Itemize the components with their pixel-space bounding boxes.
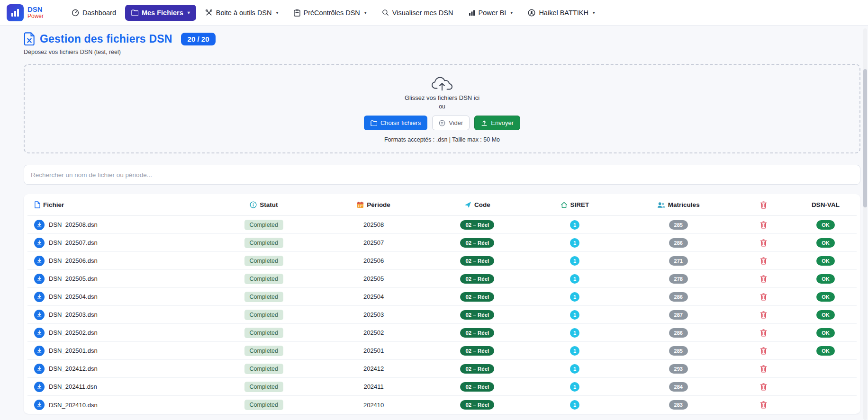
clear-button[interactable]: Vider bbox=[432, 116, 470, 130]
table-row: DSN_202411.dsn Completed 202411 02 – Rée… bbox=[27, 378, 857, 396]
file-name: DSN_202505.dsn bbox=[49, 275, 98, 282]
search-input[interactable] bbox=[24, 165, 860, 185]
siret-badge: 1 bbox=[570, 328, 579, 338]
siret-badge: 1 bbox=[570, 382, 579, 392]
matricules-badge: 287 bbox=[669, 310, 688, 320]
vertical-scrollbar-thumb[interactable] bbox=[863, 69, 867, 207]
trash-icon[interactable] bbox=[760, 257, 767, 265]
trash-icon[interactable] bbox=[760, 221, 767, 229]
periode-value: 202507 bbox=[363, 239, 384, 246]
house-icon bbox=[561, 201, 568, 208]
matricules-badge: 285 bbox=[669, 220, 688, 230]
matricules-badge: 278 bbox=[669, 274, 688, 284]
nav-item-dashboard[interactable]: Dashboard bbox=[65, 5, 122, 21]
siret-badge: 1 bbox=[570, 364, 579, 374]
code-badge: 02 – Réel bbox=[460, 364, 494, 374]
file-x-icon bbox=[24, 32, 35, 45]
chevron-down-icon: ▾ bbox=[364, 10, 367, 15]
trash-icon[interactable] bbox=[760, 275, 767, 283]
periode-value: 202508 bbox=[363, 221, 384, 228]
x-circle-icon bbox=[439, 120, 445, 126]
nav-item-power-bi[interactable]: Power BI ▾ bbox=[462, 5, 519, 21]
download-icon[interactable] bbox=[34, 238, 45, 248]
nav-item-boite-outils[interactable]: Boite à outils DSN ▾ bbox=[199, 5, 285, 21]
clipboard-icon bbox=[294, 9, 300, 17]
trash-icon[interactable] bbox=[760, 347, 767, 355]
status-badge: Completed bbox=[244, 328, 283, 338]
nav-item-user-menu[interactable]: Haikel BATTIKH ▾ bbox=[522, 5, 601, 21]
folder-open-icon bbox=[371, 120, 377, 126]
upload-actions: Choisir fichiers Vider Envoyer bbox=[25, 116, 859, 130]
col-statut: Statut bbox=[260, 201, 278, 208]
nav-item-mes-fichiers[interactable]: Mes Fichiers ▾ bbox=[125, 5, 196, 21]
matricules-badge: 286 bbox=[669, 238, 688, 248]
clear-label: Vider bbox=[449, 119, 463, 126]
table-header-row: Fichier Statut Période Code bbox=[27, 194, 857, 216]
upload-formats-hint: Formats acceptés : .dsn | Taille max : 5… bbox=[25, 136, 859, 143]
table-row: DSN_202504.dsn Completed 202504 02 – Rée… bbox=[27, 288, 857, 306]
drop-instruction: Glissez vos fichiers DSN ici bbox=[25, 94, 859, 101]
col-siret: SIRET bbox=[570, 201, 589, 208]
download-icon[interactable] bbox=[34, 400, 45, 410]
status-badge: Completed bbox=[244, 346, 283, 356]
code-badge: 02 – Réel bbox=[460, 274, 494, 284]
download-icon[interactable] bbox=[34, 292, 45, 302]
periode-value: 202503 bbox=[363, 311, 384, 318]
choose-files-button[interactable]: Choisir fichiers bbox=[364, 116, 427, 130]
trash-icon[interactable] bbox=[760, 365, 767, 373]
brand-line1: DSN bbox=[27, 6, 44, 13]
trash-icon[interactable] bbox=[760, 239, 767, 247]
brand-logo[interactable]: DSN Power bbox=[7, 4, 44, 21]
status-badge: Completed bbox=[244, 382, 283, 392]
trash-icon[interactable] bbox=[760, 311, 767, 319]
dsnval-badge: OK bbox=[816, 328, 835, 338]
nav-item-precontroles[interactable]: PréContrôles DSN ▾ bbox=[288, 5, 373, 21]
download-icon[interactable] bbox=[34, 382, 45, 392]
table-row: DSN_202410.dsn Completed 202410 02 – Rée… bbox=[27, 396, 857, 414]
send-button[interactable]: Envoyer bbox=[474, 116, 520, 130]
status-badge: Completed bbox=[244, 256, 283, 266]
download-icon[interactable] bbox=[34, 220, 45, 230]
file-name: DSN_202506.dsn bbox=[49, 257, 98, 264]
siret-badge: 1 bbox=[570, 310, 579, 320]
nav-label: Mes Fichiers bbox=[142, 9, 183, 17]
status-badge: Completed bbox=[244, 220, 283, 230]
nav-label: Haikel BATTIKH bbox=[539, 9, 588, 17]
download-icon[interactable] bbox=[34, 346, 45, 356]
file-count-badge: 20 / 20 bbox=[181, 33, 216, 45]
trash-icon[interactable] bbox=[760, 383, 767, 391]
table-row: DSN_202508.dsn Completed 202508 02 – Rée… bbox=[27, 216, 857, 234]
trash-icon[interactable] bbox=[760, 329, 767, 337]
dsnval-badge: OK bbox=[816, 256, 835, 266]
cloud-upload-icon bbox=[431, 75, 453, 91]
files-table: Fichier Statut Période Code bbox=[24, 194, 860, 414]
trash-icon[interactable] bbox=[760, 293, 767, 301]
status-badge: Completed bbox=[244, 400, 283, 410]
download-icon[interactable] bbox=[34, 310, 45, 320]
download-icon[interactable] bbox=[34, 274, 45, 284]
matricules-badge: 284 bbox=[669, 382, 688, 392]
download-icon[interactable] bbox=[34, 364, 45, 374]
tools-icon bbox=[205, 9, 213, 17]
siret-badge: 1 bbox=[570, 346, 579, 356]
nav-label: Visualiser mes DSN bbox=[392, 9, 453, 17]
nav-label: Power BI bbox=[479, 9, 506, 17]
siret-badge: 1 bbox=[570, 220, 579, 230]
file-name: DSN_202508.dsn bbox=[49, 221, 98, 228]
file-name: DSN_202502.dsn bbox=[49, 329, 98, 336]
matricules-badge: 271 bbox=[669, 256, 688, 266]
or-label: ou bbox=[25, 103, 859, 110]
nav-label: PréContrôles DSN bbox=[304, 9, 360, 17]
trash-icon[interactable] bbox=[760, 401, 767, 409]
table-row: DSN_202412.dsn Completed 202412 02 – Rée… bbox=[27, 360, 857, 378]
dsnval-badge: OK bbox=[816, 238, 835, 248]
upload-dropzone[interactable]: Glissez vos fichiers DSN ici ou Choisir … bbox=[24, 64, 860, 153]
download-icon[interactable] bbox=[34, 328, 45, 338]
table-row: DSN_202502.dsn Completed 202502 02 – Rée… bbox=[27, 324, 857, 342]
status-badge: Completed bbox=[244, 238, 283, 248]
nav-item-visualiser[interactable]: Visualiser mes DSN bbox=[376, 5, 460, 21]
download-icon[interactable] bbox=[34, 256, 45, 266]
page-title: Gestion des fichiers DSN bbox=[40, 33, 172, 45]
brand-name: DSN Power bbox=[27, 6, 44, 19]
dsnval-badge: OK bbox=[816, 292, 835, 302]
